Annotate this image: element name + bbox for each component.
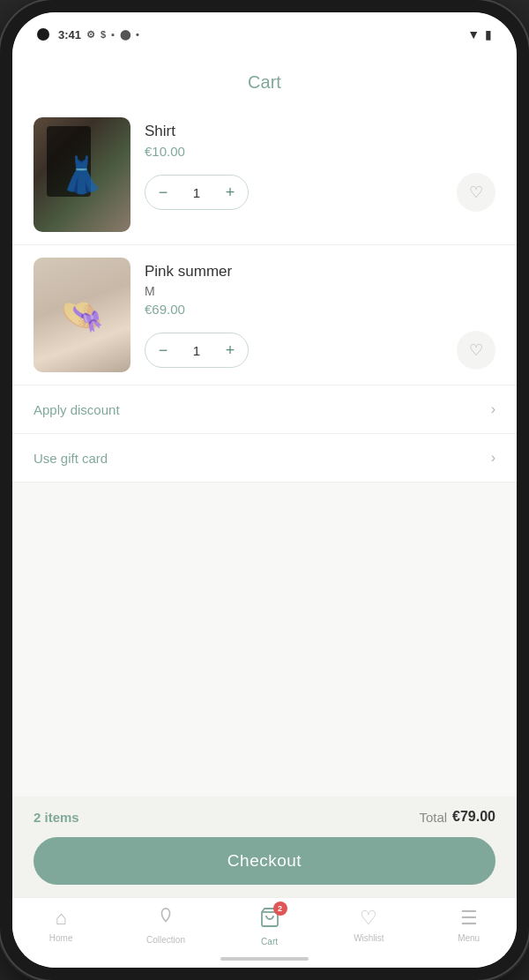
nav-label-menu: Menu [458, 933, 480, 943]
summary-total-wrap: Total €79.00 [419, 809, 495, 825]
item-name-shirt: Shirt [145, 123, 495, 140]
settings-icon: ⚙ [86, 29, 95, 41]
summary-total-value: €79.00 [452, 809, 495, 825]
apply-discount-row[interactable]: Apply discount › [12, 385, 517, 434]
wifi-icon: ▼ [467, 27, 480, 41]
nav-item-wishlist[interactable]: ♡ Wishlist [354, 907, 384, 943]
qty-minus-shirt[interactable]: − [145, 176, 181, 209]
status-time: 3:41 [58, 28, 81, 41]
qty-minus-summer[interactable]: − [145, 333, 181, 367]
checkout-button[interactable]: Checkout [34, 837, 495, 885]
item-controls-summer: − 1 + ♡ [145, 331, 495, 370]
cart-icon: 2 [259, 907, 280, 933]
nav-label-wishlist: Wishlist [354, 933, 384, 943]
nav-item-cart[interactable]: 2 Cart [259, 907, 280, 946]
content-spacer [12, 483, 517, 797]
wishlist-icon: ♡ [360, 907, 377, 930]
wishlist-btn-shirt[interactable]: ♡ [457, 173, 495, 212]
item-image-shirt [34, 117, 130, 232]
item-details-shirt: Shirt €10.00 − 1 + ♡ [145, 117, 495, 232]
nav-label-collection: Collection [146, 935, 185, 945]
dollar-icon: $ [101, 29, 106, 40]
status-right: ▼ ▮ [467, 27, 492, 41]
use-giftcard-row[interactable]: Use gift card › [12, 434, 517, 483]
circle-icon: ⬤ [120, 29, 130, 41]
cart-badge: 2 [273, 901, 287, 916]
qty-plus-shirt[interactable]: + [212, 176, 248, 209]
nav-label-home: Home [49, 933, 73, 943]
apply-discount-label: Apply discount [34, 402, 120, 417]
collection-icon [156, 907, 175, 931]
cart-item-shirt: Shirt €10.00 − 1 + ♡ [12, 105, 517, 245]
nav-item-menu[interactable]: ☰ Menu [458, 907, 480, 943]
status-left: 3:41 ⚙ $ ▪ ⬤ • [37, 28, 139, 41]
nav-item-home[interactable]: ⌂ Home [49, 907, 73, 943]
wishlist-btn-summer[interactable]: ♡ [457, 331, 495, 370]
qty-value-summer: 1 [181, 343, 212, 358]
discount-chevron-icon: › [491, 401, 495, 417]
summary-total-label: Total [419, 810, 447, 825]
item-variant-summer: M [145, 284, 495, 298]
qty-value-shirt: 1 [181, 185, 212, 200]
item-controls-shirt: − 1 + ♡ [145, 173, 495, 212]
item-name-summer: Pink summer [145, 263, 495, 281]
content-area: Cart Shirt €10.00 − 1 + ♡ [12, 56, 517, 897]
status-bar: 3:41 ⚙ $ ▪ ⬤ • ▼ ▮ [12, 12, 517, 56]
menu-icon: ☰ [460, 907, 478, 930]
qty-control-summer: − 1 + [145, 333, 249, 368]
qty-control-shirt: − 1 + [145, 175, 249, 210]
cart-item-summer: Pink summer M €69.00 − 1 + ♡ [12, 245, 517, 385]
summary-item-count: 2 items [34, 810, 79, 825]
giftcard-chevron-icon: › [491, 450, 495, 466]
camera-dot [37, 28, 49, 41]
phone-screen: 3:41 ⚙ $ ▪ ⬤ • ▼ ▮ Cart Shirt €10.00 [12, 12, 517, 968]
dot-icon: • [136, 29, 139, 40]
qty-plus-summer[interactable]: + [212, 333, 248, 367]
bottom-nav: ⌂ Home Collection 2 [12, 897, 517, 968]
summary-row: 2 items Total €79.00 [34, 809, 495, 837]
summary-bar: 2 items Total €79.00 Checkout [12, 797, 517, 897]
square-icon: ▪ [111, 29, 115, 40]
battery-icon: ▮ [485, 27, 492, 41]
phone-frame: 3:41 ⚙ $ ▪ ⬤ • ▼ ▮ Cart Shirt €10.00 [0, 0, 529, 980]
heart-icon-shirt: ♡ [469, 183, 483, 202]
heart-icon-summer: ♡ [469, 340, 483, 360]
home-indicator [220, 957, 309, 961]
item-image-summer [34, 258, 130, 372]
nav-item-collection[interactable]: Collection [146, 907, 185, 945]
use-giftcard-label: Use gift card [34, 451, 108, 466]
item-price-shirt: €10.00 [145, 144, 495, 159]
item-price-summer: €69.00 [145, 302, 495, 317]
page-title: Cart [12, 56, 517, 105]
nav-label-cart: Cart [261, 937, 278, 946]
home-icon: ⌂ [55, 907, 66, 930]
item-details-summer: Pink summer M €69.00 − 1 + ♡ [145, 258, 495, 372]
